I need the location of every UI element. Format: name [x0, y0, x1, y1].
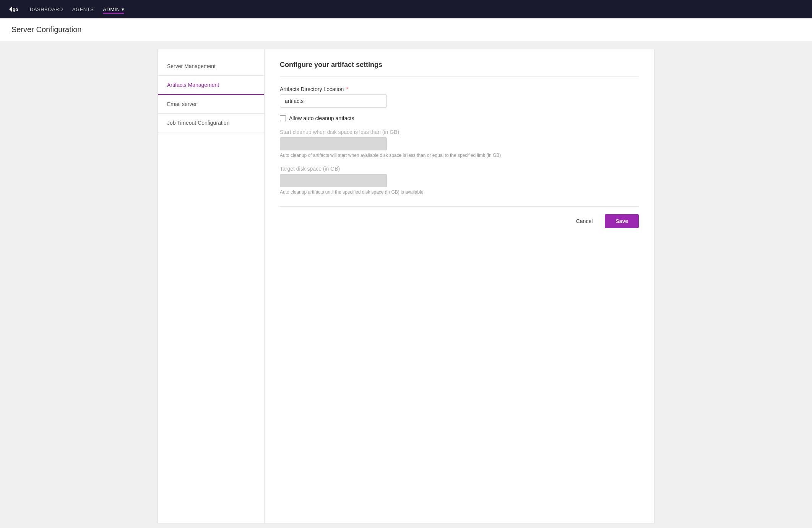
main-area: Server Management Artifacts Management E…	[0, 41, 812, 528]
sidebar-item-job-timeout[interactable]: Job Timeout Configuration	[158, 114, 264, 132]
section-divider	[280, 77, 639, 77]
start-cleanup-input	[280, 137, 387, 150]
sidebar-item-server-management[interactable]: Server Management	[158, 57, 264, 76]
top-navigation: go DASHBOARD AGENTS ADMIN ▾	[0, 0, 812, 18]
sidebar: Server Management Artifacts Management E…	[158, 49, 265, 523]
logo[interactable]: go	[8, 4, 18, 15]
allow-cleanup-label[interactable]: Allow auto cleanup artifacts	[289, 115, 354, 121]
start-cleanup-group: Start cleanup when disk space is less th…	[280, 129, 639, 158]
required-marker: *	[346, 86, 348, 92]
sidebar-item-email-server[interactable]: Email server	[158, 95, 264, 114]
form-actions: Cancel Save	[280, 206, 639, 228]
artifacts-dir-group: Artifacts Directory Location *	[280, 86, 639, 108]
target-disk-hint: Auto cleanup artifacts until the specifi…	[280, 189, 547, 195]
svg-marker-0	[9, 6, 12, 12]
start-cleanup-label: Start cleanup when disk space is less th…	[280, 129, 639, 135]
sidebar-item-artifacts-management[interactable]: Artifacts Management	[158, 76, 264, 95]
start-cleanup-hint: Auto cleanup of artifacts will start whe…	[280, 153, 547, 158]
cancel-button[interactable]: Cancel	[570, 215, 599, 227]
target-disk-input	[280, 174, 387, 187]
target-disk-label: Target disk space (in GB)	[280, 166, 639, 172]
chevron-down-icon: ▾	[122, 7, 125, 12]
allow-cleanup-checkbox[interactable]	[280, 115, 286, 121]
nav-agents[interactable]: AGENTS	[72, 5, 94, 14]
save-button[interactable]: Save	[605, 214, 639, 228]
inner-wrapper: Server Management Artifacts Management E…	[158, 49, 654, 523]
nav-links: DASHBOARD AGENTS ADMIN ▾	[30, 5, 124, 14]
nav-admin[interactable]: ADMIN ▾	[103, 5, 124, 14]
svg-text:go: go	[13, 7, 18, 12]
content-panel: Configure your artifact settings Artifac…	[265, 49, 654, 523]
target-disk-group: Target disk space (in GB) Auto cleanup a…	[280, 166, 639, 195]
page-header: Server Configuration	[0, 18, 812, 41]
allow-cleanup-group: Allow auto cleanup artifacts	[280, 115, 639, 121]
artifacts-dir-input[interactable]	[280, 95, 387, 108]
artifacts-dir-label: Artifacts Directory Location *	[280, 86, 639, 92]
go-logo-icon: go	[8, 4, 18, 15]
page-title: Server Configuration	[11, 25, 801, 34]
nav-dashboard[interactable]: DASHBOARD	[30, 5, 63, 14]
section-title: Configure your artifact settings	[280, 61, 639, 69]
